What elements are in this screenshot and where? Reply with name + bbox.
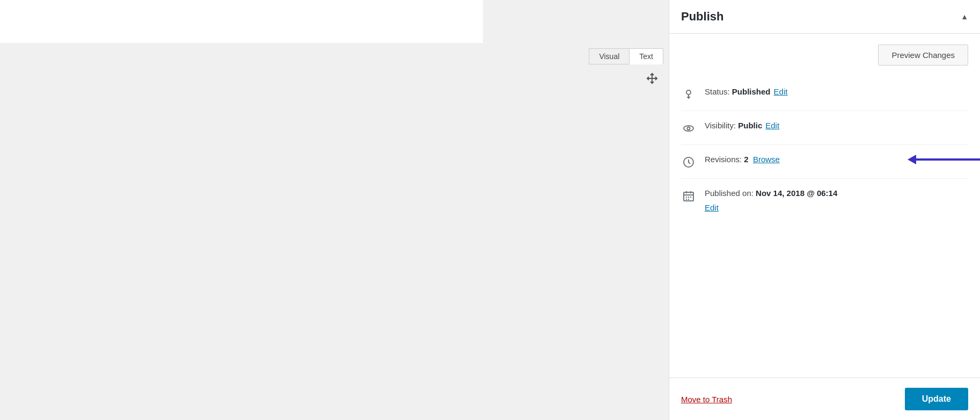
- editor-tabs: Visual Text: [589, 48, 663, 64]
- editor-body: Visual Text: [0, 43, 669, 420]
- revisions-label: Revisions: 2 Browse: [705, 154, 780, 166]
- editor-top-bar: [0, 0, 483, 43]
- visibility-edit-link[interactable]: Edit: [765, 121, 779, 130]
- published-on-edit-row: Edit: [705, 202, 968, 214]
- svg-point-6: [688, 127, 690, 130]
- sidebar: Publish ▲ Preview Changes: [669, 0, 980, 420]
- publish-info-rows: Status: PublishedEdit Visibility: Public…: [681, 77, 968, 222]
- sidebar-footer: Move to Trash Update: [669, 378, 980, 420]
- tab-text[interactable]: Text: [629, 48, 663, 64]
- revisions-content: Revisions: 2 Browse: [705, 154, 968, 166]
- status-row: Status: PublishedEdit: [681, 77, 968, 111]
- calendar-icon: [681, 189, 696, 204]
- published-on-value: Nov 14, 2018 @ 06:14: [756, 189, 837, 198]
- tab-visual[interactable]: Visual: [589, 48, 629, 64]
- visibility-content: Visibility: PublicEdit: [705, 120, 968, 132]
- published-on-edit-link[interactable]: Edit: [705, 203, 719, 212]
- revisions-browse-link[interactable]: Browse: [753, 155, 780, 164]
- status-label: Status: PublishedEdit: [705, 87, 787, 96]
- sidebar-header: Publish ▲: [669, 0, 980, 34]
- status-value: Published: [732, 87, 771, 96]
- status-icon: [681, 87, 696, 102]
- visibility-row: Visibility: PublicEdit: [681, 111, 968, 145]
- status-edit-link[interactable]: Edit: [774, 87, 788, 96]
- collapse-icon[interactable]: ▲: [961, 12, 968, 21]
- visibility-label: Visibility: PublicEdit: [705, 121, 779, 130]
- visibility-value: Public: [738, 121, 762, 130]
- status-content: Status: PublishedEdit: [705, 86, 968, 98]
- annotation-arrow: [915, 158, 980, 161]
- preview-changes-button[interactable]: Preview Changes: [878, 45, 968, 66]
- revisions-count: 2: [744, 155, 748, 164]
- editor-area: Visual Text: [0, 0, 669, 420]
- svg-point-2: [686, 90, 691, 95]
- published-on-line1: Published on: Nov 14, 2018 @ 06:14: [705, 187, 968, 200]
- update-button[interactable]: Update: [905, 388, 968, 410]
- publish-title: Publish: [681, 10, 723, 24]
- preview-changes-row: Preview Changes: [681, 45, 968, 66]
- expand-icon[interactable]: [646, 73, 658, 87]
- published-on-content: Published on: Nov 14, 2018 @ 06:14 Edit: [705, 187, 968, 214]
- visibility-icon: [681, 121, 696, 136]
- sidebar-body: Preview Changes Status: PublishedEdit: [669, 34, 980, 378]
- move-to-trash-button[interactable]: Move to Trash: [681, 395, 732, 404]
- published-on-row: Published on: Nov 14, 2018 @ 06:14 Edit: [681, 179, 968, 222]
- revisions-row: Revisions: 2 Browse: [681, 145, 968, 179]
- revisions-icon: [681, 155, 696, 170]
